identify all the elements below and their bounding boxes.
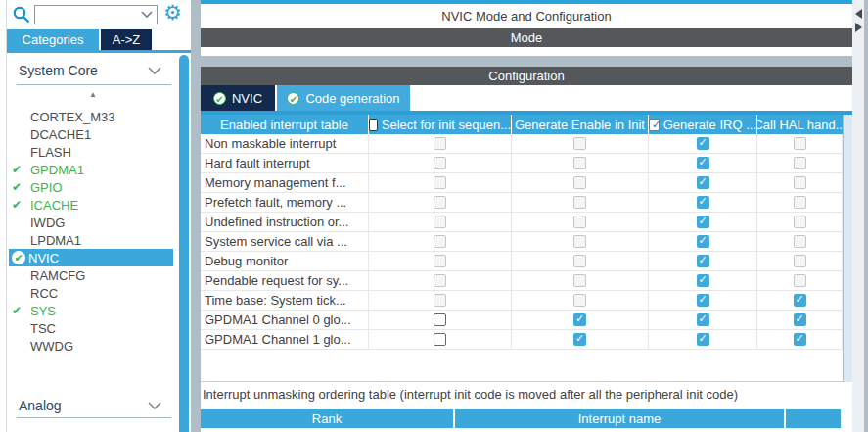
checkbox-disabled [794, 176, 806, 189]
checkbox-checked[interactable] [697, 274, 709, 287]
checkbox-checked[interactable] [697, 235, 709, 248]
checkbox-disabled [794, 235, 806, 248]
sidebar-item-ramcfg[interactable]: RAMCFG [7, 266, 179, 284]
gear-icon[interactable]: ⚙ [163, 1, 182, 24]
sidebar-item-iwdg[interactable]: IWDG [7, 214, 179, 231]
checkbox-checked[interactable] [697, 176, 709, 189]
column-header[interactable]: Select for init sequen... [369, 115, 512, 134]
checkbox-cell [369, 173, 512, 193]
checkbox-disabled [794, 216, 806, 228]
checkbox-disabled [434, 294, 446, 307]
checkbox-checked[interactable] [573, 313, 586, 326]
table-row[interactable]: System service call via ... [201, 232, 843, 252]
checkbox-checked[interactable] [697, 157, 709, 169]
checkbox-cell [369, 213, 512, 232]
sidebar-item-icache[interactable]: ✔ICACHE [7, 196, 179, 214]
stm32cubemx-pinout-config-view: ⚙ Categories A->Z System Core ▲ CORTEX_M… [0, 0, 868, 432]
section-divider [17, 417, 171, 418]
sidebar-item-flash[interactable]: FLASH [7, 143, 179, 161]
sidebar-tab-categories[interactable]: Categories [7, 29, 99, 50]
peripherals-sidebar: ⚙ Categories A->Z System Core ▲ CORTEX_M… [7, 0, 191, 432]
table-row[interactable]: Hard fault interrupt [201, 154, 843, 173]
header-checkbox-unchecked[interactable] [369, 119, 378, 131]
column-header[interactable]: Enabled interrupt table [201, 115, 369, 134]
checkbox-checked[interactable] [794, 294, 806, 307]
sidebar-tab-a-z[interactable]: A->Z [101, 29, 152, 50]
sidebar-item-label: GPDMA1 [29, 163, 84, 177]
mode-section-bar[interactable]: Mode [201, 28, 852, 47]
table-row[interactable]: Prefetch fault, memory ... [201, 193, 843, 213]
header-checkbox-checked[interactable] [649, 119, 660, 131]
checkbox-checked[interactable] [573, 333, 586, 346]
checkbox-unchecked[interactable] [434, 333, 446, 346]
collapse-right-arrow-icon[interactable] [855, 23, 862, 32]
checkbox-cell [369, 154, 512, 173]
column-header-interrupt-name[interactable]: Interrupt name [455, 409, 784, 428]
sidebar-item-nvic[interactable]: ✔NVIC [9, 249, 173, 266]
checkbox-cell [369, 193, 512, 213]
scroll-up-arrow-icon[interactable]: ▲ [85, 90, 101, 100]
checkbox-cell [757, 154, 843, 173]
checkbox-disabled [434, 176, 446, 189]
checkbox-disabled [794, 137, 806, 150]
sidebar-item-dcache1[interactable]: DCACHE1 [7, 125, 179, 143]
table-row[interactable]: Memory management f... [201, 173, 843, 193]
checkbox-cell [649, 193, 757, 213]
checkbox-cell [369, 311, 512, 330]
checkbox-cell [757, 291, 843, 311]
tab-code-generation[interactable]: ✔ Code generation [277, 85, 410, 111]
collapse-left-arrow-icon[interactable] [855, 9, 862, 19]
checkbox-cell [757, 134, 843, 154]
checkbox-disabled [434, 216, 446, 228]
column-header-label: Call HAL hand... [757, 118, 843, 132]
column-header[interactable]: Generate IRQ ... [649, 115, 757, 134]
tab-nvic[interactable]: ✔ NVIC [201, 85, 275, 111]
column-header[interactable]: Generate Enable in Init [512, 115, 649, 134]
checkbox-checked[interactable] [794, 333, 806, 346]
checkbox-disabled [573, 255, 586, 267]
table-row[interactable]: Time base: System tick... [201, 291, 843, 311]
panel-splitter[interactable] [852, 0, 864, 432]
table-row[interactable]: Undefined instruction or... [201, 213, 843, 232]
sidebar-scrollbar[interactable] [179, 55, 189, 432]
checkbox-checked[interactable] [697, 294, 709, 307]
checkbox-cell [649, 311, 757, 330]
configuration-section-bar[interactable]: Configuration [201, 67, 852, 85]
table-row[interactable]: Non maskable interrupt [201, 134, 843, 154]
panel-title: NVIC Mode and Configuration [201, 4, 852, 28]
table-row[interactable]: GPDMA1 Channel 0 glo... [201, 311, 843, 330]
sidebar-item-tsc[interactable]: TSC [7, 319, 179, 337]
checkbox-checked[interactable] [697, 313, 709, 326]
search-combobox[interactable] [34, 5, 158, 24]
checkbox-checked[interactable] [794, 313, 806, 326]
checkbox-disabled [434, 196, 446, 209]
table-row[interactable]: GPDMA1 Channel 1 glo... [201, 330, 843, 350]
checkbox-cell [512, 173, 649, 193]
table-row[interactable]: Pendable request for sy... [201, 271, 843, 291]
section-header-analog[interactable]: Analog [7, 396, 173, 415]
checkbox-cell [512, 232, 649, 252]
sidebar-item-gpdma1[interactable]: ✔GPDMA1 [7, 161, 179, 178]
sidebar-item-rcc[interactable]: RCC [7, 284, 179, 302]
checkbox-disabled [794, 255, 806, 267]
checkbox-checked[interactable] [697, 196, 709, 209]
checkbox-cell [512, 252, 649, 271]
column-header[interactable]: Call HAL hand... [757, 115, 843, 134]
sidebar-item-sys[interactable]: ✔SYS [7, 302, 179, 319]
sidebar-item-lpdma1[interactable]: LPDMA1 [7, 231, 179, 249]
sidebar-item-wwdg[interactable]: WWDG [7, 337, 179, 355]
checkbox-unchecked[interactable] [434, 313, 446, 326]
sidebar-item-cortex_m33[interactable]: CORTEX_M33 [7, 108, 179, 125]
sidebar-item-gpio[interactable]: ✔GPIO [7, 178, 179, 196]
checkbox-cell [369, 252, 512, 271]
checkbox-cell [757, 271, 843, 291]
checkbox-disabled [573, 294, 586, 307]
checkbox-checked[interactable] [697, 255, 709, 267]
checkbox-checked[interactable] [697, 333, 709, 346]
column-header-rank[interactable]: Rank [201, 409, 453, 428]
sidebar-item-label: ICACHE [29, 198, 78, 213]
checkbox-checked[interactable] [697, 216, 709, 228]
checkbox-checked[interactable] [697, 137, 709, 150]
table-row[interactable]: Debug monitor [201, 252, 843, 271]
section-header-system-core[interactable]: System Core [7, 61, 173, 80]
